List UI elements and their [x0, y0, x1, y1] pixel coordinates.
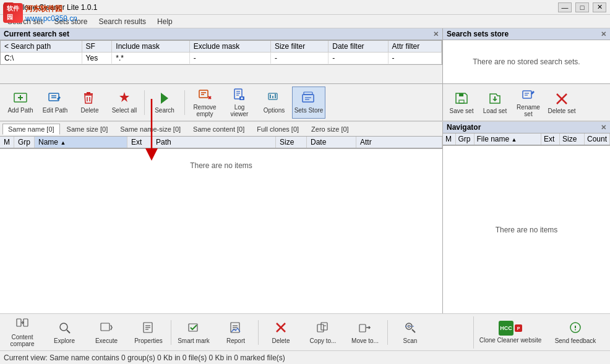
save-set-icon — [454, 91, 469, 106]
tab-same-name-size[interactable]: Same name-size [0] — [114, 124, 186, 135]
svg-rect-25 — [303, 95, 314, 102]
move-to-button[interactable]: Move to... — [344, 316, 386, 349]
remove-empty-label: Remove empty — [190, 104, 220, 117]
nav-col-filename[interactable]: File name ▲ — [474, 133, 541, 145]
tab-zero-size[interactable]: Zero size [0] — [306, 124, 354, 135]
edit-path-button[interactable]: Edit Path — [38, 87, 72, 119]
navigator-close[interactable]: ✕ — [601, 124, 606, 132]
tab-same-content[interactable]: Same content [0] — [187, 124, 250, 135]
select-all-button[interactable]: Select all — [108, 87, 141, 119]
sets-store-icon — [301, 91, 316, 106]
svg-rect-22 — [270, 95, 271, 98]
save-set-button[interactable]: Save set — [445, 87, 478, 119]
delete-files-button[interactable]: Delete — [260, 316, 302, 349]
options-label: Options — [264, 107, 285, 114]
svg-rect-6 — [84, 93, 93, 95]
svg-rect-44 — [101, 323, 110, 331]
minimize-button[interactable]: — — [558, 2, 572, 12]
copy-to-label: Copy to... — [310, 337, 337, 344]
log-viewer-icon — [232, 88, 247, 103]
tab-same-size[interactable]: Same size [0] — [61, 124, 114, 135]
tabs-bar: Same name [0] Same size [0] Same name-si… — [0, 122, 442, 137]
col-ext[interactable]: Ext — [127, 137, 152, 148]
smart-mark-button[interactable]: Smart mark — [173, 316, 215, 349]
copy-to-button[interactable]: Copy to... — [302, 316, 344, 349]
sets-store-close[interactable]: ✕ — [601, 30, 606, 38]
report-button[interactable]: Report — [215, 316, 257, 349]
properties-button[interactable]: Properties — [127, 316, 170, 349]
cell-attr: - — [388, 53, 441, 64]
col-size-filter: Size filter — [270, 41, 328, 53]
sets-store-label: Sets Store — [294, 107, 324, 114]
send-feedback-button[interactable]: Send feedback — [544, 316, 606, 349]
nav-col-ext[interactable]: Ext — [541, 133, 559, 145]
results-table: M Grp Name ▲ Ext Path Size Date At — [0, 137, 442, 149]
svg-rect-59 — [359, 324, 366, 332]
options-icon — [267, 91, 281, 106]
sets-toolbar: Save set Load set — [443, 84, 610, 121]
content-compare-icon — [15, 317, 29, 332]
load-set-button[interactable]: Load set — [479, 87, 511, 119]
rename-set-button[interactable]: Rename set — [512, 87, 544, 119]
table-row[interactable]: C:\ Yes *.* - - - - — [1, 53, 442, 64]
content-compare-button[interactable]: Content compare — [1, 316, 43, 349]
sets-store-header: Search sets store ✕ — [443, 28, 610, 40]
col-grp[interactable]: Grp — [14, 137, 35, 148]
bottom-sep-1 — [171, 320, 171, 345]
explore-button[interactable]: Explore — [43, 316, 85, 349]
options-button[interactable]: Options — [257, 87, 291, 119]
nav-col-grp[interactable]: Grp — [455, 133, 474, 145]
smart-mark-icon — [187, 321, 200, 336]
nav-col-m[interactable]: M — [443, 133, 455, 145]
nav-col-count[interactable]: Count — [584, 133, 609, 145]
col-attr[interactable]: Attr — [356, 137, 442, 148]
log-viewer-label: Log viewer — [225, 104, 254, 117]
delete-files-label: Delete — [272, 337, 290, 344]
clone-cleaner-website-button[interactable]: HCC P Clone Cleaner website — [476, 316, 544, 349]
scan-label: Scan — [403, 337, 418, 344]
col-name[interactable]: Name ▲ — [35, 137, 127, 148]
col-size[interactable]: Size — [276, 137, 307, 148]
delete-button[interactable]: Delete — [73, 87, 106, 119]
log-viewer-button[interactable]: Log viewer — [223, 87, 256, 119]
toolbar-sep-2 — [184, 90, 185, 115]
nav-col-size[interactable]: Size — [559, 133, 584, 145]
delete-set-button[interactable]: Delete set — [546, 87, 578, 119]
tab-same-name[interactable]: Same name [0] — [2, 124, 60, 135]
col-date[interactable]: Date — [307, 137, 356, 148]
svg-rect-23 — [272, 96, 273, 98]
scan-button[interactable]: Scan — [389, 316, 431, 349]
explore-label: Explore — [54, 337, 75, 344]
cell-exclude: - — [189, 53, 270, 64]
add-path-label: Add Path — [7, 107, 33, 114]
cell-path: C:\ — [1, 53, 82, 64]
report-icon — [229, 321, 243, 336]
search-set-container: < Search path SF Include mask Exclude ma… — [0, 40, 442, 65]
copy-to-icon — [316, 321, 330, 336]
svg-rect-24 — [275, 94, 276, 98]
col-path[interactable]: Path — [152, 137, 276, 148]
execute-label: Execute — [95, 337, 118, 344]
execute-button[interactable]: Execute — [85, 316, 127, 349]
close-button[interactable]: ✕ — [593, 2, 606, 12]
col-sf: SF — [82, 41, 112, 53]
restore-button[interactable]: □ — [575, 2, 589, 12]
remove-empty-button[interactable]: Remove empty — [188, 87, 221, 119]
menu-help[interactable]: Help — [152, 16, 178, 27]
delete-set-icon — [554, 91, 569, 106]
search-button[interactable]: Search — [148, 87, 181, 119]
col-m[interactable]: M — [0, 137, 14, 148]
delete-files-icon — [274, 321, 288, 336]
search-set-header: Current search set ✕ — [0, 28, 442, 40]
sets-store-button[interactable]: Sets Store — [292, 87, 325, 119]
add-path-button[interactable]: Add Path — [4, 87, 37, 119]
sets-store-title: Search sets store — [447, 30, 509, 38]
svg-point-42 — [60, 323, 67, 331]
send-feedback-icon — [569, 321, 582, 336]
search-set-close[interactable]: ✕ — [433, 30, 439, 38]
results-area: M Grp Name ▲ Ext Path Size Date At — [0, 137, 442, 313]
menu-search-results[interactable]: Search results — [93, 16, 151, 27]
status-text: Current view: Same name contains 0 group… — [4, 353, 285, 362]
tab-full-clones[interactable]: Full clones [0] — [251, 124, 304, 135]
col-exclude-mask: Exclude mask — [189, 41, 270, 53]
